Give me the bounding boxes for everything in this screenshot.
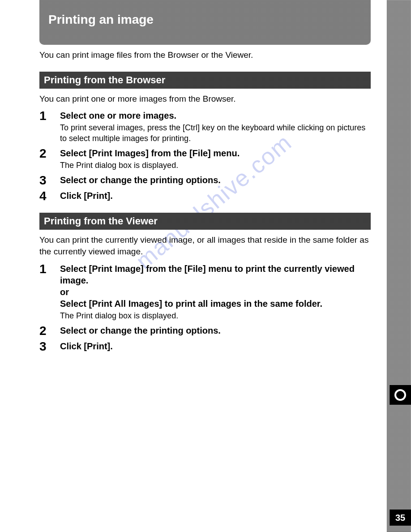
- step-body: Click [Print].: [60, 340, 371, 353]
- step-desc: To print several images, press the [Ctrl…: [60, 123, 371, 144]
- step-number: 1: [39, 263, 60, 275]
- step: 3 Click [Print].: [39, 340, 371, 353]
- step-body: Select [Print Image] from the [File] men…: [60, 263, 371, 322]
- step-body: Select [Print Images] from the [File] me…: [60, 147, 371, 172]
- section-header: Printing from the Viewer: [39, 213, 371, 230]
- step-title: Select [Print Image] from the [File] men…: [60, 263, 371, 309]
- main-title: Printing an image: [39, 0, 371, 45]
- step: 1 Select [Print Image] from the [File] m…: [39, 263, 371, 322]
- step-number: 1: [39, 110, 60, 122]
- step-desc: The Print dialog box is displayed.: [60, 311, 371, 321]
- step-title: Select [Print Images] from the [File] me…: [60, 147, 371, 159]
- intro-text: You can print image files from the Brows…: [39, 49, 371, 61]
- step-number: 3: [39, 340, 60, 353]
- page-number: 35: [390, 510, 411, 526]
- side-tab-marker: [390, 385, 411, 405]
- step-number: 4: [39, 190, 60, 202]
- step-title: Click [Print].: [60, 190, 371, 202]
- step-title: Select or change the printing options.: [60, 174, 371, 186]
- step-body: Click [Print].: [60, 190, 371, 203]
- step-number: 3: [39, 174, 60, 187]
- step-number: 2: [39, 325, 60, 337]
- step: 4 Click [Print].: [39, 190, 371, 203]
- section-intro: You can print one or more images from th…: [39, 93, 371, 105]
- page-content: Printing an image You can print image fi…: [39, 0, 371, 363]
- section-intro: You can print the currently viewed image…: [39, 234, 371, 257]
- step-number: 2: [39, 147, 60, 160]
- step-desc: The Print dialog box is displayed.: [60, 160, 371, 171]
- step-title: Select or change the printing options.: [60, 325, 371, 336]
- step: 1 Select one or more images. To print se…: [39, 110, 371, 145]
- section-header: Printing from the Browser: [39, 72, 371, 89]
- step-title: Click [Print].: [60, 340, 371, 352]
- step-body: Select or change the printing options.: [60, 174, 371, 187]
- section-browser: Printing from the Browser You can print …: [39, 72, 371, 203]
- step-title: Select one or more images.: [60, 110, 371, 121]
- side-strip: [387, 0, 411, 532]
- step-body: Select or change the printing options.: [60, 325, 371, 338]
- step: 2 Select [Print Images] from the [File] …: [39, 147, 371, 172]
- step: 2 Select or change the printing options.: [39, 325, 371, 338]
- section-viewer: Printing from the Viewer You can print t…: [39, 213, 371, 353]
- step: 3 Select or change the printing options.: [39, 174, 371, 187]
- step-body: Select one or more images. To print seve…: [60, 110, 371, 145]
- circle-icon: [394, 389, 406, 401]
